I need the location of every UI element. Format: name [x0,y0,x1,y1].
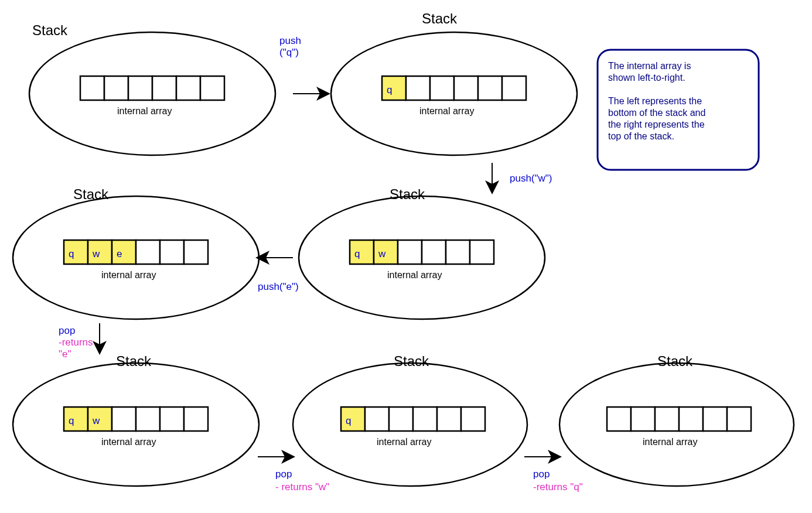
array-s6: q [341,407,485,431]
array-cell-empty [655,407,679,431]
array-cell-empty [128,76,152,100]
array-cell-empty [703,407,727,431]
op-label: pop [59,325,75,336]
array-cell-value: w [378,248,386,259]
array-caption: internal array [101,437,156,447]
array-cell-empty [470,240,494,264]
array-cell-empty [727,407,751,431]
array-cell-empty [104,76,128,100]
array-s1 [80,76,224,100]
arrow-pop-w: pop - returns "w" [258,457,329,493]
array-s3: qw [350,240,494,264]
array-cell-empty [80,76,104,100]
stack-title: Stack [394,353,429,369]
array-caption: internal array [377,437,431,447]
array-cell-empty [413,407,437,431]
stack-state-6: Stack q internal array [293,353,527,486]
array-cell-empty [406,76,430,100]
op-label: pop [533,468,550,480]
arrow-push-w: push("w") [492,163,552,192]
array-caption: internal array [419,106,474,116]
array-cell-value: e [117,248,122,259]
array-cell-value: q [69,415,74,426]
array-cell-filled [341,407,365,431]
array-cell-empty [136,240,160,264]
arrow-pop-e: pop -returns "e" [59,323,100,360]
note-box: The internal array is shown left-to-righ… [598,50,759,170]
array-cell-value: w [92,415,100,426]
array-caption: internal array [101,270,156,280]
stack-state-4: Stack qwe internal array [13,186,259,319]
array-cell-empty [398,240,422,264]
array-caption: internal array [117,106,172,116]
array-s5: qw [64,407,208,431]
note-line: top of the stack. [608,131,674,141]
array-cell-empty [502,76,526,100]
arrow-pop-q: pop -returns "q" [524,457,583,493]
stack-state-2: Stack q internal array [331,11,577,155]
array-s4: qwe [64,240,208,264]
arrow-push-e: push("e") [258,258,299,292]
array-cell-value: q [346,415,351,426]
op-label: push("w") [510,173,552,184]
array-cell-empty [160,407,184,431]
array-cell-filled [88,240,112,264]
array-cell-empty [184,407,208,431]
array-cell-empty [365,407,389,431]
array-cell-empty [478,76,502,100]
return-label: - returns "w" [275,481,329,493]
stack-diagram: Stack internal array push ("q") Stack q … [0,0,812,513]
stack-title: Stack [116,353,152,369]
array-caption: internal array [643,437,697,447]
array-cell-empty [437,407,461,431]
array-cell-value: q [69,248,74,259]
array-cell-filled [374,240,398,264]
array-cell-filled [350,240,374,264]
array-cell-empty [112,407,136,431]
op-label: push [279,35,301,46]
array-cell-empty [446,240,470,264]
stack-state-3: Stack qw internal array [299,186,545,319]
array-cell-empty [176,76,200,100]
note-line: the right represents the [608,119,705,129]
stack-title: Stack [422,11,458,26]
array-cell-filled [64,407,88,431]
array-cell-filled [64,240,88,264]
arrow-push-q: push ("q") [279,35,328,94]
op-label: push("e") [258,281,299,292]
stack-state-1: Stack internal array [29,22,275,155]
stack-title: Stack [657,353,693,369]
array-cell-empty [454,76,478,100]
array-cell-empty [136,407,160,431]
stack-state-7: Stack internal array [559,353,794,486]
array-cell-empty [631,407,655,431]
array-cell-empty [679,407,703,431]
note-line: shown left-to-right. [608,73,685,83]
array-cell-empty [430,76,454,100]
op-label: pop [275,468,292,480]
array-cell-filled [112,240,136,264]
array-cell-empty [184,240,208,264]
return-label-2: "e" [59,348,71,360]
array-s2: q [382,76,526,100]
array-cell-empty [607,407,631,431]
array-cell-empty [152,76,176,100]
array-cell-empty [461,407,485,431]
stack-title: Stack [32,22,68,38]
array-cell-value: q [354,248,360,259]
note-line: bottom of the stack and [608,108,705,118]
array-s7 [607,407,751,431]
array-cell-filled [382,76,406,100]
op-label-2: ("q") [279,47,299,58]
array-cell-value: q [387,84,392,95]
return-label: -returns "q" [533,481,583,493]
note-line: The left represents the [608,96,702,106]
array-cell-empty [389,407,413,431]
note-line: The internal array is [608,61,691,71]
array-cell-empty [422,240,446,264]
return-label: -returns [59,337,93,348]
array-cell-empty [200,76,224,100]
array-cell-value: w [92,248,100,259]
stack-state-5: Stack qw internal array [13,353,259,486]
array-cell-filled [88,407,112,431]
